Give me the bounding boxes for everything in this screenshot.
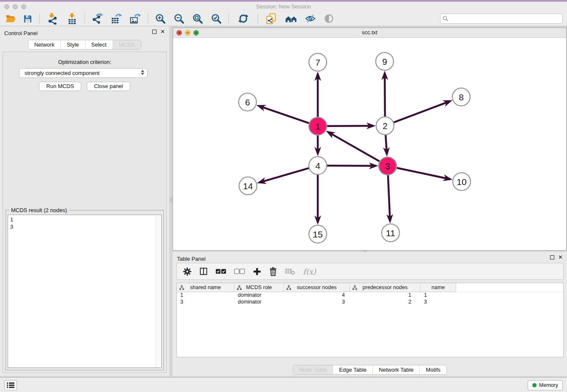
graph-edge-2-9[interactable] xyxy=(385,73,385,116)
column-header-label: MCDS role xyxy=(246,284,272,290)
graph-edge-3-11[interactable] xyxy=(388,175,390,221)
criterion-dropdown[interactable]: strongly connected component xyxy=(19,68,148,78)
graph-edge-4-14[interactable] xyxy=(259,168,309,182)
graph-node-14[interactable]: 14 xyxy=(239,177,257,195)
hierarchy-icon xyxy=(237,285,242,290)
graph-node-11[interactable]: 11 xyxy=(382,224,399,242)
export-table-button[interactable] xyxy=(107,12,125,25)
export-network-button[interactable] xyxy=(88,12,107,25)
network-canvas[interactable]: 7968124314101511 xyxy=(173,38,566,250)
graph-node-3[interactable]: 3 xyxy=(379,157,396,175)
deselect-all-button[interactable] xyxy=(234,268,245,274)
table-cell[interactable]: 3 xyxy=(421,299,456,306)
table-tab-network-table[interactable]: Network Table xyxy=(372,365,419,374)
graph-edge-3-10[interactable] xyxy=(397,168,450,179)
graph-node-10[interactable]: 10 xyxy=(453,173,471,190)
table-cell[interactable]: dominator xyxy=(234,292,284,299)
graph-edge-2-3[interactable] xyxy=(385,135,387,154)
close-panel-icon[interactable]: ✕ xyxy=(160,30,165,34)
table-cell[interactable]: 4 xyxy=(284,292,350,299)
column-header-successor-nodes[interactable]: successor nodes xyxy=(284,283,350,292)
table-row[interactable]: 3dominator323 xyxy=(177,299,563,306)
zoom-out-icon xyxy=(173,13,184,24)
save-session-button[interactable] xyxy=(19,12,36,25)
graph-edge-3-1[interactable] xyxy=(328,132,380,161)
graph-edge-4-3[interactable] xyxy=(327,166,376,166)
run-mcds-button[interactable]: Run MCDS xyxy=(39,82,81,91)
table-panel-tabs: Node TableEdge TableNetwork TableMotifs xyxy=(293,365,447,375)
mcds-result-area: 1 3 xyxy=(8,215,162,368)
memory-button[interactable]: Memory xyxy=(528,380,563,390)
trash-icon xyxy=(269,267,277,276)
control-tab-style[interactable]: Style xyxy=(61,40,85,49)
task-history-button[interactable] xyxy=(4,380,17,390)
refresh-layout-button[interactable] xyxy=(232,12,255,25)
graph-node-1[interactable]: 1 xyxy=(309,117,327,135)
close-table-panel-icon[interactable]: ✕ xyxy=(558,255,563,259)
node-label: 4 xyxy=(315,161,320,171)
table-cell[interactable]: 2 xyxy=(350,299,421,306)
graph-node-7[interactable]: 7 xyxy=(309,53,327,71)
graph-node-6[interactable]: 6 xyxy=(239,93,256,111)
float-table-panel-icon[interactable] xyxy=(550,255,554,259)
control-tab-mcds[interactable]: MCDS xyxy=(113,40,141,49)
graph-node-2[interactable]: 2 xyxy=(376,117,394,135)
select-all-button[interactable] xyxy=(215,268,226,274)
control-tab-select[interactable]: Select xyxy=(85,40,113,49)
control-tab-network[interactable]: Network xyxy=(28,40,61,49)
graph-node-8[interactable]: 8 xyxy=(452,88,470,106)
node-label: 2 xyxy=(383,121,388,131)
graph-node-4[interactable]: 4 xyxy=(309,157,327,174)
import-table-button[interactable] xyxy=(62,12,82,25)
zoom-in-button[interactable] xyxy=(151,12,170,25)
apply-function-button[interactable]: f(x) xyxy=(303,267,316,276)
zoom-fit-button[interactable] xyxy=(188,12,207,25)
export-image-button[interactable] xyxy=(125,12,145,25)
vertical-splitter-grip[interactable] xyxy=(170,197,172,202)
import-network-button[interactable] xyxy=(43,12,62,25)
table-cell[interactable]: 3 xyxy=(284,299,350,306)
table-tab-motifs[interactable]: Motifs xyxy=(419,365,446,374)
table-cell[interactable]: 1 xyxy=(421,292,456,299)
table-cell[interactable]: dominator xyxy=(234,299,284,306)
close-panel-button[interactable]: Close panel xyxy=(87,82,130,91)
column-header-name[interactable]: name xyxy=(421,283,456,292)
table-cell[interactable]: 1 xyxy=(350,292,421,299)
open-session-button[interactable] xyxy=(3,12,19,25)
table-tab-edge-table[interactable]: Edge Table xyxy=(333,365,372,374)
column-header-MCDS-role[interactable]: MCDS role xyxy=(234,283,284,292)
result-scrollbar[interactable] xyxy=(156,215,161,367)
export-table-icon xyxy=(110,13,122,25)
search-input[interactable] xyxy=(440,14,563,24)
zoom-selected-icon xyxy=(211,13,222,24)
toolbar-divider xyxy=(148,14,148,24)
add-column-button[interactable] xyxy=(253,267,261,276)
table-tab-node-table[interactable]: Node Table xyxy=(293,365,333,374)
float-panel-icon[interactable] xyxy=(152,30,157,34)
criterion-dropdown-value: strongly connected component xyxy=(25,70,99,76)
graph-edge-2-8[interactable] xyxy=(394,101,450,122)
export-image-icon xyxy=(129,13,141,25)
table-cell[interactable]: 1 xyxy=(177,292,234,299)
zoom-out-button[interactable] xyxy=(170,12,188,25)
search-icon xyxy=(443,16,449,22)
mcds-result-title: MCDS result (2 nodes) xyxy=(9,207,69,213)
column-header-shared-name[interactable]: shared name xyxy=(177,283,234,292)
table-cell[interactable]: 3 xyxy=(177,299,234,306)
delete-table-button[interactable] xyxy=(285,268,295,275)
zoom-selected-button[interactable] xyxy=(207,12,226,25)
graph-node-15[interactable]: 15 xyxy=(309,225,327,243)
delete-columns-button[interactable] xyxy=(269,267,277,276)
column-header-predecessor-nodes[interactable]: predecessor nodes xyxy=(350,283,421,292)
graph-edge-1-6[interactable] xyxy=(259,106,309,123)
first-neighbors-button[interactable] xyxy=(281,12,301,25)
hide-graphics-details-button[interactable] xyxy=(301,12,319,25)
graph-edge-1-2[interactable] xyxy=(327,126,373,126)
node-label: 7 xyxy=(315,58,320,67)
show-graphics-details-button[interactable] xyxy=(319,12,338,25)
split-panel-button[interactable] xyxy=(199,267,208,276)
column-settings-button[interactable] xyxy=(183,267,192,276)
clone-network-button[interactable] xyxy=(261,12,281,25)
graph-node-9[interactable]: 9 xyxy=(376,52,394,70)
table-row[interactable]: 1dominator411 xyxy=(177,292,563,299)
